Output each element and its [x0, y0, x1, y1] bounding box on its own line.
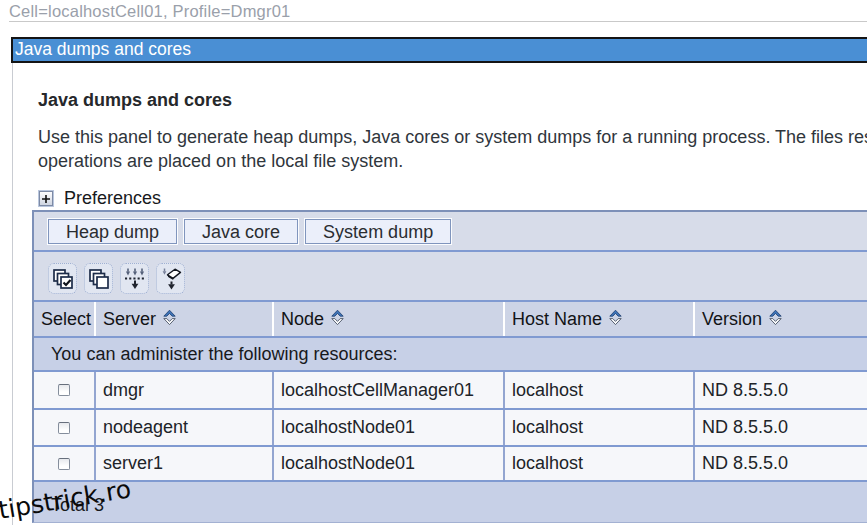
row-checkbox[interactable] [58, 384, 70, 396]
column-header-version: Version [695, 302, 867, 336]
clear-filter-value-icon[interactable] [156, 263, 185, 294]
table-header-row: Select Server Node Host Name Version [34, 302, 867, 336]
node-cell: localhostNode01 [274, 447, 505, 480]
table-row-dmgr: dmgr localhostCellManager01 localhost ND… [34, 372, 867, 408]
version-cell: ND 8.5.5.0 [695, 447, 867, 480]
node-cell: localhostCellManager01 [274, 372, 505, 408]
version-cell: ND 8.5.5.0 [695, 410, 867, 445]
show-filter-function-icon[interactable] [120, 263, 149, 294]
server-link[interactable]: dmgr [96, 372, 274, 408]
column-header-host-name: Host Name [505, 302, 695, 336]
column-label: Server [103, 309, 156, 330]
page-description: Use this panel to generate heap dumps, J… [38, 126, 867, 173]
column-header-node: Node [274, 302, 505, 336]
breadcrumb-divider [9, 21, 867, 22]
preferences-toggle[interactable]: Preferences [39, 188, 161, 209]
heap-dump-button[interactable]: Heap dump [48, 219, 177, 244]
sort-toggle-icon[interactable] [609, 309, 622, 330]
column-label: Version [702, 309, 762, 330]
column-label: Node [281, 309, 324, 330]
table-row-nodeagent: nodeagent localhostNode01 localhost ND 8… [34, 410, 867, 445]
expand-plus-icon[interactable] [39, 191, 53, 206]
panel-title-bar: Java dumps and cores [11, 37, 867, 63]
caption-text: You can administer the following resourc… [51, 344, 398, 365]
host-cell: localhost [505, 447, 695, 480]
panel-left-border [12, 63, 13, 525]
select-cell [34, 410, 96, 445]
sort-toggle-icon[interactable] [769, 309, 782, 330]
sort-toggle-icon[interactable] [163, 309, 176, 330]
system-dump-button[interactable]: System dump [305, 219, 451, 244]
table-footer: Total 3 [34, 482, 867, 522]
sort-toggle-icon[interactable] [331, 309, 344, 330]
column-label: Select [41, 309, 91, 330]
select-cell [34, 447, 96, 480]
column-header-select: Select [34, 302, 96, 336]
page-title: Java dumps and cores [38, 90, 232, 111]
node-cell: localhostNode01 [274, 410, 505, 445]
description-line-2: operations are placed on the local file … [38, 151, 403, 171]
deselect-all-items-icon[interactable] [84, 263, 113, 294]
servers-table: Heap dump Java core System dump [32, 210, 867, 523]
java-core-button[interactable]: Java core [184, 219, 298, 244]
panel-title: Java dumps and cores [13, 39, 867, 60]
table-action-toolbar: Heap dump Java core System dump [34, 212, 867, 250]
host-cell: localhost [505, 372, 695, 408]
version-cell: ND 8.5.5.0 [695, 372, 867, 408]
row-checkbox[interactable] [58, 458, 70, 470]
preferences-label: Preferences [64, 188, 161, 209]
host-cell: localhost [505, 410, 695, 445]
table-caption: You can administer the following resourc… [34, 338, 867, 370]
table-row-server1: server1 localhostNode01 localhost ND 8.5… [34, 447, 867, 480]
column-header-server: Server [96, 302, 274, 336]
row-checkbox[interactable] [58, 422, 70, 434]
select-cell [34, 372, 96, 408]
breadcrumb: Cell=localhostCell01, Profile=Dmgr01 [9, 2, 290, 21]
column-label: Host Name [512, 309, 602, 330]
table-icon-toolbar [34, 252, 867, 300]
select-all-items-icon[interactable] [48, 263, 77, 294]
description-line-1: Use this panel to generate heap dumps, J… [38, 127, 867, 147]
server-link[interactable]: nodeagent [96, 410, 274, 445]
